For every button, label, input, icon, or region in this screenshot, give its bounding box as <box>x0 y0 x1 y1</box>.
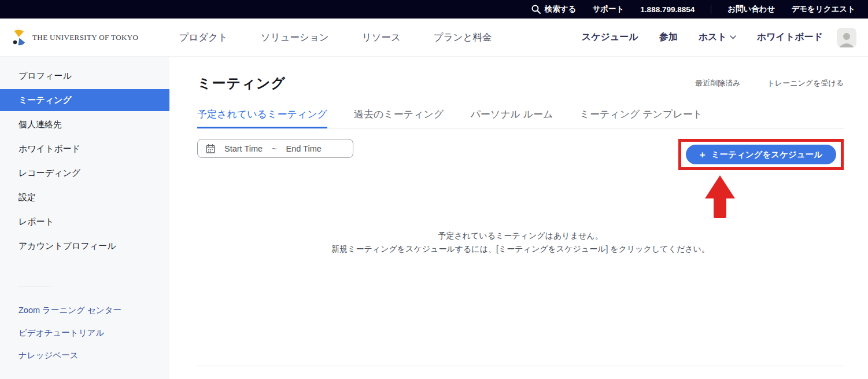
tab-meeting-templates[interactable]: ミーティング テンプレート <box>580 108 703 128</box>
recently-deleted-link[interactable]: 最近削除済み <box>695 78 740 89</box>
phone-number[interactable]: 1.888.799.8854 <box>640 5 695 14</box>
nav-whiteboard[interactable]: ホワイトボード <box>757 31 823 43</box>
tab-previous-meetings[interactable]: 過去のミーティング <box>354 108 444 128</box>
meetings-page: ミーティング 最近削除済み トレーニングを受ける 予定されているミーティング 過… <box>169 57 868 379</box>
nav-schedule[interactable]: スケジュール <box>582 31 638 43</box>
ginkgo-logo-icon <box>10 29 28 46</box>
nav-solutions[interactable]: ソリューション <box>261 31 329 44</box>
nav-products[interactable]: プロダクト <box>179 31 227 44</box>
link-zoom-learning-center[interactable]: Zoom ラーニング センター <box>0 299 169 322</box>
meetings-tabs: 予定されているミーティング 過去のミーティング パーソナル ルーム ミーティング… <box>197 108 844 128</box>
calendar-icon <box>206 144 215 153</box>
utility-topbar: 検索する サポート 1.888.799.8854 お問い合わせ デモをリクエスト <box>0 0 868 19</box>
empty-state-line2: 新規ミーティングをスケジュールするには、[ミーティングをスケジュール] をクリッ… <box>197 242 844 256</box>
contact-link[interactable]: お問い合わせ <box>727 4 775 14</box>
support-link[interactable]: サポート <box>592 4 624 14</box>
content-bottom-divider <box>197 366 845 366</box>
search-label: 検索する <box>545 4 577 14</box>
tab-personal-room[interactable]: パーソナル ルーム <box>470 108 553 128</box>
red-highlight-box: + ミーティングをスケジュール <box>678 139 844 170</box>
end-time-field[interactable]: End Time <box>286 144 322 153</box>
request-demo-link[interactable]: デモをリクエスト <box>791 4 855 14</box>
date-range-picker[interactable]: Start Time ~ End Time <box>197 139 353 158</box>
page-title: ミーティング <box>197 74 286 93</box>
nav-plans-pricing[interactable]: プランと料金 <box>434 31 492 44</box>
date-range-separator: ~ <box>272 144 276 153</box>
tab-upcoming-meetings[interactable]: 予定されているミーティング <box>197 108 327 128</box>
nav-host[interactable]: ホスト <box>699 31 736 43</box>
sidebar-item-profile[interactable]: プロフィール <box>0 64 169 88</box>
person-icon <box>837 32 856 47</box>
logo-wordmark: The University of Tokyo <box>32 33 138 42</box>
sidebar-item-reports[interactable]: レポート <box>0 209 169 234</box>
settings-sidebar: プロフィール ミーティング 個人連絡先 ホワイトボード レコーディング 設定 レ… <box>0 57 169 379</box>
sidebar-item-account-profile[interactable]: アカウントプロフィール <box>0 234 169 258</box>
sidebar-item-whiteboard[interactable]: ホワイトボード <box>0 137 169 161</box>
link-video-tutorials[interactable]: ビデオチュートリアル <box>0 322 169 344</box>
sidebar-resource-links: Zoom ラーニング センター ビデオチュートリアル ナレッジベース <box>0 299 169 367</box>
sidebar-item-recordings[interactable]: レコーディング <box>0 161 169 185</box>
plus-icon: + <box>700 150 706 160</box>
empty-state-line1: 予定されているミーティングはありません。 <box>197 229 844 242</box>
search-link[interactable]: 検索する <box>531 4 577 14</box>
red-arrow-up-icon <box>705 175 735 218</box>
empty-state-message: 予定されているミーティングはありません。 新規ミーティングをスケジュールするには… <box>197 229 844 256</box>
sidebar-item-settings[interactable]: 設定 <box>0 185 169 209</box>
schedule-button-annotation: + ミーティングをスケジュール <box>678 139 844 170</box>
schedule-meeting-button[interactable]: + ミーティングをスケジュール <box>686 145 836 164</box>
nav-join[interactable]: 参加 <box>659 31 678 43</box>
sidebar-item-meetings[interactable]: ミーティング <box>0 89 169 111</box>
sidebar-item-personal-contacts[interactable]: 個人連絡先 <box>0 112 169 137</box>
user-avatar[interactable] <box>837 28 856 47</box>
link-knowledge-base[interactable]: ナレッジベース <box>0 344 169 367</box>
get-training-link[interactable]: トレーニングを受ける <box>767 78 844 89</box>
topbar-divider <box>711 5 711 14</box>
nav-resources[interactable]: リソース <box>362 31 401 44</box>
account-nav: スケジュール 参加 ホスト ホワイトボード <box>582 31 823 43</box>
page-top-links: 最近削除済み トレーニングを受ける <box>695 78 844 89</box>
sidebar-divider <box>19 286 51 286</box>
university-of-tokyo-logo[interactable]: The University of Tokyo <box>10 29 138 46</box>
chevron-down-icon <box>730 35 736 39</box>
search-icon <box>531 5 541 14</box>
main-header: The University of Tokyo プロダクト ソリューション リソ… <box>0 19 868 57</box>
start-time-field[interactable]: Start Time <box>224 144 263 153</box>
marketing-nav: プロダクト ソリューション リソース プランと料金 <box>179 31 492 44</box>
